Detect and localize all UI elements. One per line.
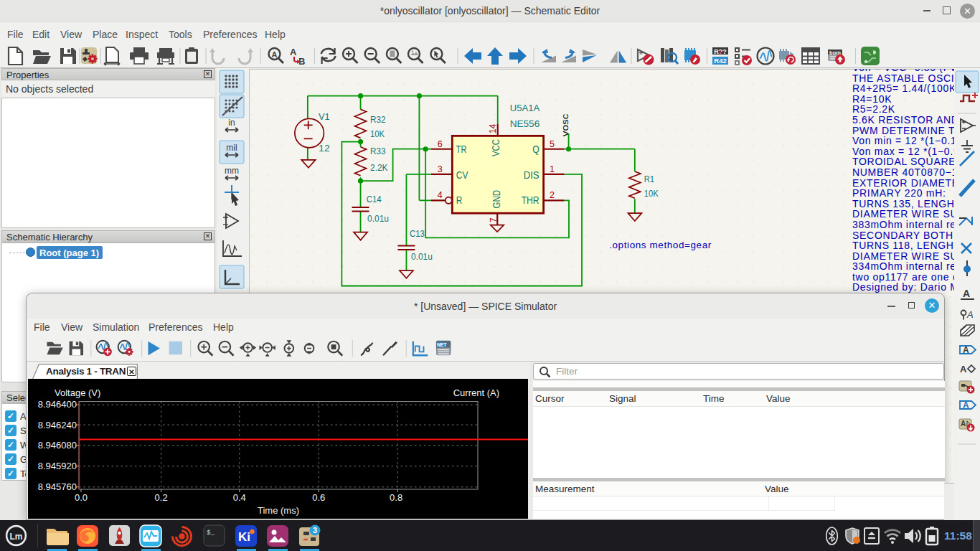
svg-text:8.946400: 8.946400 <box>38 399 77 410</box>
svg-text:3: 3 <box>438 164 443 174</box>
svg-text:14: 14 <box>488 123 498 133</box>
svg-text:VCC: VCC <box>489 139 501 156</box>
svg-text:A: A <box>290 47 297 57</box>
svg-text:THR: THR <box>522 194 540 207</box>
svg-text:R33: R33 <box>370 146 385 156</box>
svg-text:mm: mm <box>225 166 239 176</box>
svg-text:8.945920: 8.945920 <box>38 461 77 471</box>
svg-text:Voltage (V): Voltage (V) <box>55 387 100 398</box>
svg-text:1: 1 <box>550 164 555 174</box>
svg-text:$_: $_ <box>207 529 215 537</box>
svg-text:0.8: 0.8 <box>390 492 402 503</box>
svg-text:2: 2 <box>550 190 555 200</box>
svg-text:C13: C13 <box>410 228 425 239</box>
svg-text:0.4: 0.4 <box>233 492 246 503</box>
svg-text:Q: Q <box>532 143 539 155</box>
svg-text:mil: mil <box>226 143 237 153</box>
svg-text:R: R <box>456 194 463 207</box>
svg-text:A: A <box>963 345 969 355</box>
svg-text:in: in <box>228 118 235 128</box>
svg-text:.options method=gear: .options method=gear <box>609 240 712 250</box>
svg-text:8.946240: 8.946240 <box>38 420 77 430</box>
svg-text:A: A <box>961 420 966 428</box>
svg-text:0.2: 0.2 <box>155 492 168 503</box>
svg-text:C14: C14 <box>367 194 382 204</box>
svg-text:vosc: vosc <box>560 113 570 137</box>
svg-text:DIS: DIS <box>524 169 540 181</box>
svg-text:R32: R32 <box>370 114 385 125</box>
svg-text:A: A <box>966 309 974 320</box>
svg-text:8.945760: 8.945760 <box>38 481 77 492</box>
svg-text:6: 6 <box>438 139 443 149</box>
svg-text:7: 7 <box>489 217 499 222</box>
svg-text:0.0: 0.0 <box>75 492 88 503</box>
svg-text:0.6: 0.6 <box>312 492 325 503</box>
svg-text:GND: GND <box>490 190 502 209</box>
svg-text:B: B <box>298 56 305 67</box>
svg-text:R42: R42 <box>714 57 726 65</box>
svg-text:2.2K: 2.2K <box>370 162 388 173</box>
svg-text:Ki: Ki <box>238 530 250 544</box>
svg-text:A: A <box>272 50 278 59</box>
svg-text:Current (A): Current (A) <box>453 387 499 398</box>
svg-text:10K: 10K <box>370 128 385 139</box>
svg-text:TR: TR <box>456 143 467 155</box>
svg-text:U5A1A: U5A1A <box>510 103 540 114</box>
svg-text:5: 5 <box>550 139 555 149</box>
svg-text:A: A <box>963 400 969 410</box>
svg-text:A: A <box>960 364 967 375</box>
svg-text:CV: CV <box>456 169 468 181</box>
svg-text:10K: 10K <box>644 188 659 199</box>
svg-text:12: 12 <box>319 143 330 154</box>
svg-text:3: 3 <box>313 526 317 534</box>
svg-text:V1: V1 <box>319 111 330 122</box>
svg-text:0.01u: 0.01u <box>411 251 433 262</box>
svg-text:NE556: NE556 <box>510 118 540 129</box>
svg-text:0.01u: 0.01u <box>367 213 389 224</box>
svg-text:Lm: Lm <box>10 532 23 542</box>
svg-text:R1: R1 <box>644 174 654 184</box>
svg-text:4: 4 <box>438 190 443 200</box>
svg-text:Time (ms): Time (ms) <box>258 505 299 516</box>
svg-text:A: A <box>963 288 970 299</box>
svg-text:NET: NET <box>437 342 447 347</box>
svg-text:8.946080: 8.946080 <box>38 440 77 451</box>
